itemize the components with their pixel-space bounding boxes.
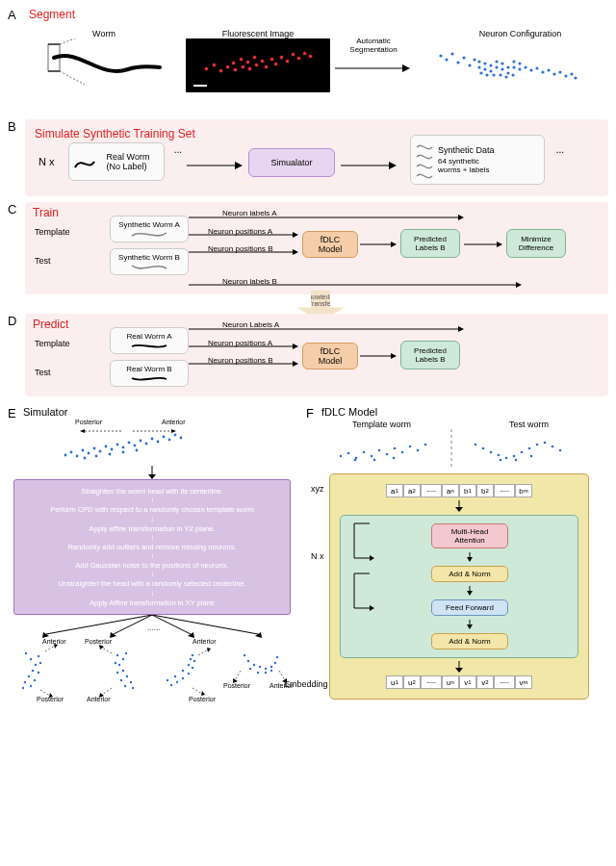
svg-point-81 xyxy=(140,440,142,443)
template-label: Template xyxy=(35,227,70,237)
svg-point-5 xyxy=(439,54,442,57)
d-fdlc-model-box: fDLC Model xyxy=(302,343,358,369)
svg-line-153 xyxy=(198,650,208,655)
svg-point-150 xyxy=(182,670,184,672)
svg-point-164 xyxy=(276,656,278,658)
svg-point-129 xyxy=(126,675,128,677)
svg-point-69 xyxy=(70,451,73,454)
panel-a: A Segment Worm Fluorescent Image xyxy=(8,8,608,114)
svg-point-131 xyxy=(132,687,134,689)
fanout-arrows: ...... xyxy=(17,615,287,640)
svg-marker-211 xyxy=(467,591,473,596)
worm-icon xyxy=(130,341,168,349)
down-arrow-icon xyxy=(464,552,475,562)
svg-point-203 xyxy=(530,455,533,458)
cell: u2 xyxy=(403,675,421,689)
synthetic-data-label: Synthetic Data xyxy=(438,145,495,155)
svg-marker-45 xyxy=(235,162,243,169)
panels-ef: E Simulator Poste xyxy=(8,406,608,707)
simulator-box: Simualator xyxy=(248,148,335,177)
svg-line-137 xyxy=(102,688,112,695)
svg-point-18 xyxy=(495,65,498,68)
svg-point-199 xyxy=(552,446,554,448)
residual-arrows xyxy=(346,520,385,635)
svg-point-90 xyxy=(95,455,98,458)
anterior-label: Anterior xyxy=(87,696,111,702)
svg-point-193 xyxy=(505,457,508,460)
svg-marker-207 xyxy=(370,605,374,611)
svg-point-144 xyxy=(188,673,190,675)
panel-b-letter: B xyxy=(8,119,16,134)
worm-label: Worm xyxy=(46,29,162,38)
svg-point-195 xyxy=(521,451,524,454)
svg-point-34 xyxy=(558,70,561,73)
svg-point-19 xyxy=(495,60,498,63)
addnorm2-box: Add & Norm xyxy=(431,633,508,650)
svg-point-192 xyxy=(498,454,500,457)
fdlc-outer-box: xyz a1 a2 ····· an b1 b2 ····· bm N x xyxy=(329,473,589,700)
input-cloud-e xyxy=(27,421,219,466)
n-x-label: N x xyxy=(38,156,55,167)
svg-point-71 xyxy=(82,449,85,452)
svg-point-10 xyxy=(468,64,471,66)
svg-point-190 xyxy=(482,447,485,450)
svg-point-16 xyxy=(489,64,492,66)
minimize-text: Minimize Difference xyxy=(519,235,553,252)
svg-point-174 xyxy=(340,455,343,458)
svg-point-29 xyxy=(529,68,532,71)
cell: bm xyxy=(515,484,532,497)
svg-point-148 xyxy=(167,679,168,681)
svg-point-74 xyxy=(99,450,102,453)
svg-point-86 xyxy=(168,439,171,442)
panel-d-letter: D xyxy=(8,314,16,328)
down-arrow-icon xyxy=(464,586,475,596)
cell: vm xyxy=(515,675,532,689)
svg-marker-63 xyxy=(293,344,298,349)
svg-point-186 xyxy=(354,459,357,462)
svg-point-7 xyxy=(450,52,453,55)
arrow-to-synth xyxy=(341,158,398,173)
svg-marker-51 xyxy=(293,232,298,238)
svg-point-136 xyxy=(124,685,126,687)
svg-point-118 xyxy=(38,672,39,674)
svg-point-26 xyxy=(518,67,521,70)
svg-point-159 xyxy=(253,664,255,666)
fluorescent-block: Fluorescent Image xyxy=(186,29,330,92)
svg-point-115 xyxy=(22,687,24,689)
svg-point-168 xyxy=(270,670,272,672)
svg-point-198 xyxy=(544,442,547,445)
svg-marker-53 xyxy=(293,249,298,255)
cell: ····· xyxy=(421,675,442,689)
svg-point-161 xyxy=(265,668,267,670)
svg-point-39 xyxy=(499,73,501,76)
svg-marker-97 xyxy=(171,429,176,433)
svg-point-177 xyxy=(363,451,366,454)
svg-point-111 xyxy=(35,664,37,666)
svg-line-102 xyxy=(114,615,152,634)
svg-marker-49 xyxy=(458,215,464,220)
svg-point-92 xyxy=(122,451,125,454)
svg-point-157 xyxy=(244,654,245,656)
svg-marker-206 xyxy=(370,555,374,561)
cell: a2 xyxy=(403,484,421,497)
svg-line-106 xyxy=(152,615,258,634)
svg-point-80 xyxy=(134,445,137,447)
ellipsis: ... xyxy=(174,144,182,155)
synthetic-data-box: Synthetic Data 64 synthetic worms + labe… xyxy=(410,135,545,185)
svg-point-72 xyxy=(88,452,90,455)
panel-f: F fDLC Model Template worm Test worm xyxy=(306,406,595,700)
svg-point-126 xyxy=(122,658,124,660)
svg-point-77 xyxy=(116,444,119,446)
svg-point-23 xyxy=(506,71,509,74)
svg-point-162 xyxy=(270,666,272,668)
svg-marker-205 xyxy=(455,507,463,512)
svg-point-84 xyxy=(157,441,160,444)
simulator-steps-box: Straighten the worm head with its center… xyxy=(13,479,291,615)
arrow-auto-seg xyxy=(335,54,412,83)
test-worm-label: Test worm xyxy=(509,420,549,429)
synth-worm-a-label: Synthetic Worm A xyxy=(118,220,179,229)
posterior-label: Posterior xyxy=(85,638,112,645)
svg-marker-65 xyxy=(293,361,298,367)
d-predicted-labels-text: Predicted Labels B xyxy=(414,346,447,364)
svg-point-158 xyxy=(247,660,249,662)
